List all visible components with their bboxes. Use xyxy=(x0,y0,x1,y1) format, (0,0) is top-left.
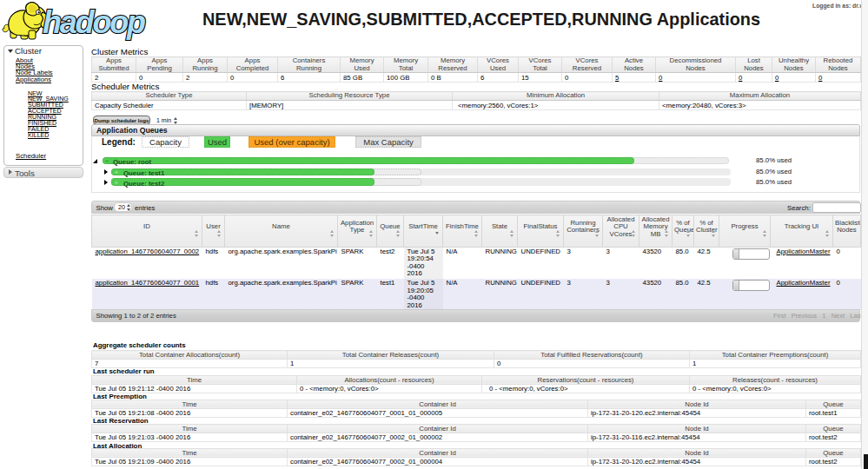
svg-text:hadoop: hadoop xyxy=(43,4,145,40)
